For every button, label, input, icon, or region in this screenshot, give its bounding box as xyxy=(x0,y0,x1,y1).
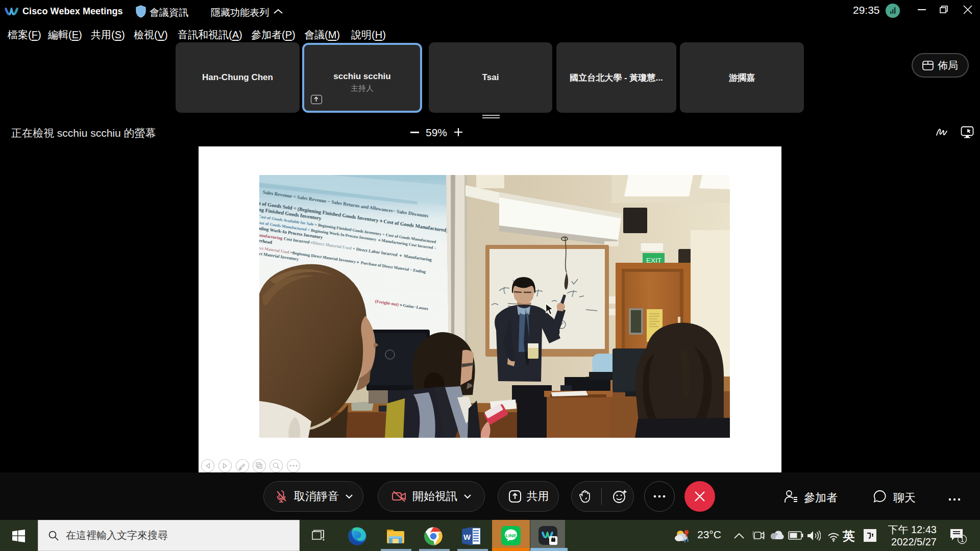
svg-text:1: 1 xyxy=(960,536,964,543)
svg-text:W: W xyxy=(463,533,471,541)
svg-text:LINE: LINE xyxy=(505,533,517,538)
